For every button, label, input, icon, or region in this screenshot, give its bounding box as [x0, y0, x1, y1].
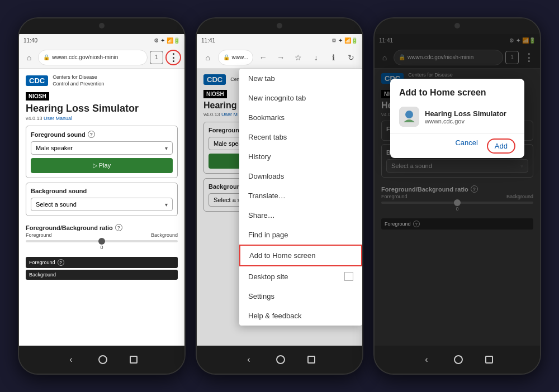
play-btn-1[interactable]: ▷ Play [31, 158, 173, 173]
dialog-app-icon [399, 107, 419, 127]
screen-2: 11:41 ⚙ ✦ 📶🔋 ⌂ 🔒 www... ← → ☆ ↓ ℹ ↻ [197, 34, 362, 346]
dialog-app-name: Hearing Loss Simulator [425, 109, 506, 118]
status-icons-1: ⚙ ✦ 📶🔋 [154, 37, 180, 44]
dialog-title: Add to Home screen [390, 79, 524, 102]
menu-item-desktop-site[interactable]: Desktop site [239, 266, 362, 286]
phone-1: 11:40 ⚙ ✦ 📶🔋 ⌂ 🔒 wwwn.cdc.gov/niosh-mini… [18, 17, 186, 375]
info-btn-2[interactable]: ℹ [326, 50, 342, 65]
foreground-section-1: Foreground sound ? Male speaker ▾ ▷ Play [26, 126, 178, 178]
cdc-logo-2: CDC [203, 74, 226, 85]
foreground-dropdown-arrow-1: ▾ [165, 145, 168, 151]
niosh-logo-1: NIOSH [26, 92, 49, 101]
camera-2 [277, 23, 282, 28]
menu-item-new-incognito[interactable]: New incognito tab [239, 88, 362, 108]
background-section-1: Background sound Select a sound ▾ [26, 183, 178, 216]
menu-item-bookmarks[interactable]: Bookmarks [239, 108, 362, 127]
slider-thumb-1[interactable] [98, 238, 105, 245]
audio-help-icon-1[interactable]: ? [58, 259, 64, 266]
camera-1 [99, 23, 105, 28]
nav-home-2[interactable] [276, 355, 285, 364]
screen-3: 11:41 ⚙ ✦ 📶🔋 ⌂ 🔒 wwwn.cdc.gov/niosh-mini… [375, 34, 540, 346]
menu-item-history[interactable]: History [239, 147, 362, 166]
nav-square-2[interactable] [307, 356, 315, 364]
menu-item-add-home[interactable]: Add to Home screen [239, 245, 362, 266]
nav-back-1[interactable]: ‹ [66, 355, 76, 365]
desktop-site-checkbox[interactable] [344, 272, 353, 281]
status-time-1: 11:40 [23, 37, 37, 44]
dialog-cancel-btn[interactable]: Cancel [455, 138, 477, 154]
menu-item-recent-tabs[interactable]: Recent tabs [239, 127, 362, 147]
nav-square-3[interactable] [485, 356, 493, 364]
user-manual-link-1[interactable]: User Manual [44, 116, 72, 121]
user-manual-link-2[interactable]: User M [221, 112, 238, 117]
browser-bar-2: ⌂ 🔒 www... ← → ☆ ↓ ℹ ↻ [197, 46, 362, 69]
niosh-logo-2: NIOSH [203, 90, 227, 98]
foreground-dropdown-1[interactable]: Male speaker ▾ [31, 141, 173, 155]
slider-value-1: 0 [26, 245, 178, 250]
nav-home-3[interactable] [454, 355, 463, 364]
url-text-1: wwwn.cdc.gov/niosh-minin [52, 54, 118, 60]
slider-track-1[interactable] [26, 240, 178, 242]
menu-item-downloads[interactable]: Downloads [239, 166, 362, 186]
phone-top-1 [19, 18, 184, 34]
ratio-help-icon-1[interactable]: ? [115, 224, 122, 231]
foreground-help-icon-1[interactable]: ? [88, 131, 95, 138]
phone-top-3 [375, 18, 540, 34]
background-audio-bar-1: Background [26, 270, 178, 280]
nav-back-3[interactable]: ‹ [421, 355, 432, 365]
phone-3: 11:41 ⚙ ✦ 📶🔋 ⌂ 🔒 wwwn.cdc.gov/niosh-mini… [373, 17, 541, 375]
forward-btn-2[interactable]: → [273, 50, 288, 65]
url-bar-1[interactable]: 🔒 wwwn.cdc.gov/niosh-minin [38, 50, 148, 65]
dialog-app-info: Hearing Loss Simulator wwwn.cdc.gov [425, 109, 506, 125]
home-btn-2[interactable]: ⌂ [200, 50, 216, 65]
cdc-header-1: CDC Centers for DiseaseControl and Preve… [26, 74, 178, 87]
app-icon-svg [399, 107, 419, 127]
app-title-1: Hearing Loss Simulator [26, 103, 178, 114]
background-dropdown-arrow-1: ▾ [165, 202, 168, 208]
camera-3 [454, 23, 460, 28]
foreground-audio-bar-1: Foreground ? [26, 257, 178, 268]
menu-item-translate[interactable]: Translate… [239, 186, 362, 205]
menu-item-share[interactable]: Share… [239, 205, 362, 225]
tab-btn-1[interactable]: 1 [150, 51, 163, 64]
svg-point-1 [405, 111, 413, 118]
dialog-add-btn[interactable]: Add [487, 138, 515, 154]
menu-item-settings[interactable]: Settings [239, 286, 362, 306]
screen-1: 11:40 ⚙ ✦ 📶🔋 ⌂ 🔒 wwwn.cdc.gov/niosh-mini… [19, 34, 184, 346]
ratio-section-1: Foreground/Background ratio ? Foreground… [26, 221, 178, 254]
dialog-app-url: wwwn.cdc.gov [425, 118, 506, 125]
reload-btn-2[interactable]: ↻ [343, 50, 359, 65]
menu-item-find-in-page[interactable]: Find in page [239, 225, 362, 245]
nav-home-1[interactable] [98, 355, 107, 364]
home-btn-1[interactable]: ⌂ [22, 51, 36, 64]
cdc-text-1: Centers for DiseaseControl and Preventio… [53, 74, 104, 87]
phone-bottom-2: ‹ [197, 346, 362, 374]
url-bar-2[interactable]: 🔒 www... [218, 50, 253, 65]
menu-btn-1[interactable]: ⋮ [165, 50, 181, 65]
url-text-2: www... [232, 54, 248, 60]
cdc-logo-1: CDC [26, 75, 48, 86]
ratio-ends-1: Foreground Background [26, 232, 178, 238]
status-bar-1: 11:40 ⚙ ✦ 📶🔋 [19, 34, 184, 46]
phone-bottom-1: ‹ [19, 346, 184, 374]
lock-icon-2: 🔒 [223, 54, 230, 60]
lock-icon-1: 🔒 [43, 54, 50, 60]
phone-2: 11:41 ⚙ ✦ 📶🔋 ⌂ 🔒 www... ← → ☆ ↓ ℹ ↻ [196, 17, 363, 375]
dialog-overlay-3: Add to Home screen Hearing Loss Simulato… [375, 34, 540, 346]
status-time-2: 11:41 [201, 37, 215, 44]
add-home-dialog: Add to Home screen Hearing Loss Simulato… [390, 79, 524, 158]
background-label-1: Background sound [31, 188, 173, 194]
nav-back-2[interactable]: ‹ [244, 355, 254, 365]
dialog-actions: Cancel Add [390, 134, 524, 158]
star-btn-2[interactable]: ☆ [291, 50, 306, 65]
menu-item-new-tab[interactable]: New tab [239, 69, 362, 88]
menu-item-help-feedback[interactable]: Help & feedback [239, 306, 362, 326]
app-content-1: CDC Centers for DiseaseControl and Preve… [19, 69, 184, 346]
back-btn-2[interactable]: ← [255, 50, 271, 65]
background-dropdown-1[interactable]: Select a sound ▾ [31, 198, 173, 211]
dl-btn-2[interactable]: ↓ [308, 50, 324, 65]
nav-square-1[interactable] [130, 356, 138, 364]
app-version-1: v4.0.13 User Manual [26, 116, 178, 121]
status-bar-2: 11:41 ⚙ ✦ 📶🔋 [197, 34, 362, 46]
phone-top-2 [197, 18, 362, 34]
